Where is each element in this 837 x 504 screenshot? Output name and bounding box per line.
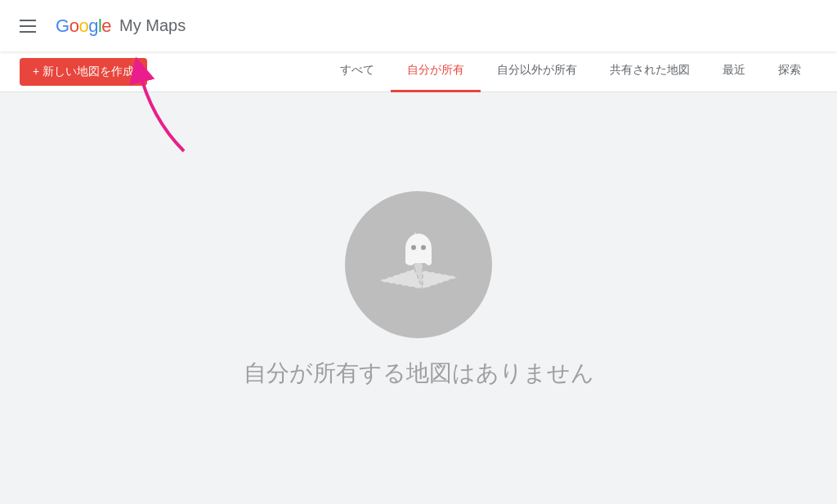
svg-rect-4 [405, 248, 432, 263]
tab-recent[interactable]: 最近 [706, 51, 762, 92]
tab-explore[interactable]: 探索 [762, 51, 817, 92]
empty-icon-circle [345, 191, 492, 338]
header: Google My Maps [0, 0, 837, 51]
create-map-button[interactable]: + 新しい地図を作成 [20, 58, 147, 86]
empty-state: 自分が所有する地図はありません [244, 191, 594, 389]
menu-button[interactable] [13, 13, 43, 39]
google-logo: Google [56, 16, 111, 37]
tab-owned[interactable]: 自分が所有 [391, 51, 481, 92]
tabs-nav: すべて 自分が所有 自分以外が所有 共有された地図 最近 探索 [324, 51, 817, 92]
empty-message: 自分が所有する地図はありません [244, 358, 594, 389]
tab-other-owned[interactable]: 自分以外が所有 [481, 51, 593, 92]
tab-all[interactable]: すべて [324, 51, 391, 92]
toolbar: + 新しい地図を作成 すべて 自分が所有 自分以外が所有 共有された地図 最近 … [0, 51, 837, 92]
svg-point-6 [421, 245, 426, 250]
logo-container: Google My Maps [56, 16, 186, 37]
svg-point-5 [411, 245, 416, 250]
app-title: My Maps [119, 16, 186, 35]
empty-map-icon [369, 224, 468, 306]
tab-shared[interactable]: 共有された地図 [593, 51, 706, 92]
main-content: 自分が所有する地図はありません [0, 92, 837, 504]
